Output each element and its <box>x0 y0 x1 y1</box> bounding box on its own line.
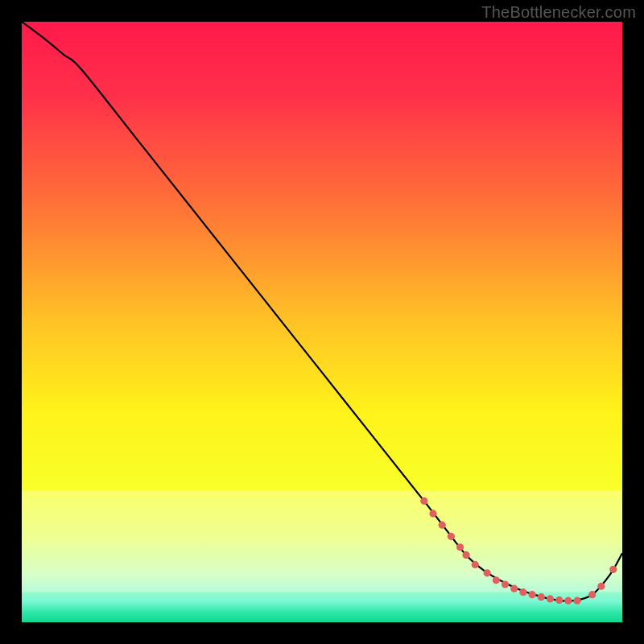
curve-marker <box>448 533 455 540</box>
curve-marker <box>502 580 509 588</box>
pale-highlight-band <box>22 490 622 592</box>
chart-frame: TheBottlenecker.com <box>0 0 644 644</box>
curve-marker <box>555 597 563 604</box>
curve-marker <box>439 522 446 529</box>
curve-marker <box>462 551 469 559</box>
curve-marker <box>588 591 596 598</box>
curve-marker <box>472 561 479 568</box>
curve-marker <box>547 595 554 602</box>
curve-marker <box>510 585 518 592</box>
curve-marker <box>573 597 580 605</box>
curve-marker <box>429 510 436 517</box>
curve-marker <box>538 593 545 601</box>
curve-marker <box>519 588 526 596</box>
bottleneck-chart <box>22 22 622 622</box>
curve-marker <box>529 591 536 598</box>
curve-marker <box>456 543 464 551</box>
curve-marker <box>609 566 617 573</box>
curve-marker <box>564 597 572 605</box>
curve-marker <box>420 497 427 505</box>
watermark-text: TheBottlenecker.com <box>481 3 636 22</box>
curve-marker <box>597 583 605 590</box>
curve-marker <box>484 569 491 576</box>
curve-marker <box>493 576 500 584</box>
